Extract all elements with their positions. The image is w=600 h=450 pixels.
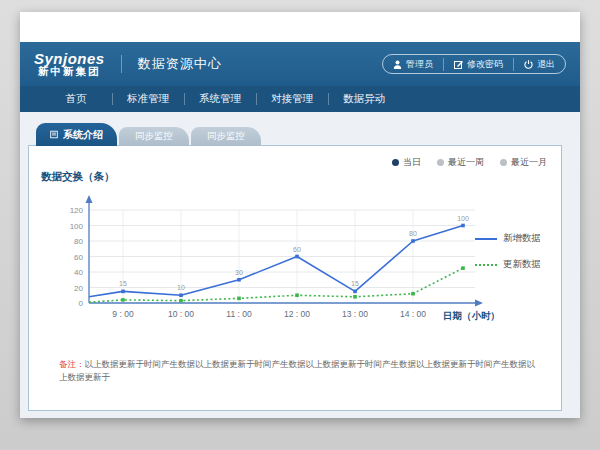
app-header: Synjones 新中新集团 数据资源中心 管理员 修改密码 退出: [20, 42, 580, 86]
tab-label: 同步监控: [135, 130, 173, 143]
user-menu-label: 管理员: [406, 58, 433, 71]
svg-text:12 : 00: 12 : 00: [284, 309, 310, 319]
filter-label: 最近一月: [511, 156, 547, 169]
svg-text:9 : 00: 9 : 00: [112, 309, 134, 319]
user-icon: [393, 60, 402, 69]
filter-label: 最近一周: [448, 156, 484, 169]
user-menu-admin[interactable]: 管理员: [383, 58, 443, 71]
svg-text:80: 80: [74, 237, 83, 246]
logo-text: Synjones: [34, 51, 105, 67]
tab-system-intro[interactable]: 系统介绍: [36, 123, 117, 146]
nav-item-home[interactable]: 首页: [40, 92, 112, 106]
change-password-label: 修改密码: [467, 58, 503, 71]
nav-item-system-mgmt[interactable]: 系统管理: [184, 92, 256, 106]
tab-sync-monitor-1[interactable]: 同步监控: [119, 127, 189, 146]
svg-text:10 : 00: 10 : 00: [168, 309, 194, 319]
tab-bar: 系统介绍 同步监控 同步监控: [36, 123, 261, 146]
svg-text:14 : 00: 14 : 00: [400, 309, 426, 319]
radio-icon: [437, 159, 444, 166]
page-title: 数据资源中心: [121, 55, 222, 73]
change-password-button[interactable]: 修改密码: [443, 58, 513, 71]
footnote: 备注：以上数据更新于时间产生数据以上数据更新于时间产生数据以上数据更新于时间产生…: [59, 358, 539, 384]
legend-item-new-data: 新增数据: [475, 232, 541, 245]
chart-y-axis-title: 数据交换（条）: [41, 170, 115, 184]
time-range-filters: 当日 最近一周 最近一月: [392, 156, 547, 169]
svg-text:10: 10: [177, 284, 185, 291]
solid-line-sample: [475, 238, 497, 240]
radio-selected-icon: [392, 159, 399, 166]
svg-text:100: 100: [70, 222, 84, 231]
logout-label: 退出: [537, 58, 555, 71]
legend-label: 更新数据: [503, 258, 541, 271]
svg-text:60: 60: [293, 246, 301, 253]
line-chart: 0204060801001201510306015801009 : 0010 :…: [39, 191, 499, 331]
logo-subtext: 新中新集团: [38, 66, 101, 77]
svg-text:40: 40: [74, 268, 83, 277]
svg-text:15: 15: [119, 280, 127, 287]
content-panel: 当日 最近一周 最近一月 数据交换（条） 0204060801001201510…: [28, 145, 562, 411]
user-menu: 管理员 修改密码 退出: [382, 54, 566, 74]
filter-last-week[interactable]: 最近一周: [437, 156, 484, 169]
footnote-prefix: 备注：: [59, 359, 85, 369]
logout-button[interactable]: 退出: [513, 58, 565, 71]
app-window: Synjones 新中新集团 数据资源中心 管理员 修改密码 退出 首页 标准管…: [20, 12, 580, 418]
nav-item-standard-mgmt[interactable]: 标准管理: [112, 92, 184, 106]
svg-text:60: 60: [74, 253, 83, 262]
filter-label: 当日: [403, 156, 421, 169]
filter-today[interactable]: 当日: [392, 156, 421, 169]
svg-text:日期（小时）: 日期（小时）: [443, 310, 499, 322]
nav-item-interface-mgmt[interactable]: 对接管理: [256, 92, 328, 106]
svg-text:13 : 00: 13 : 00: [342, 309, 368, 319]
svg-text:20: 20: [74, 284, 83, 293]
edit-icon: [454, 60, 463, 69]
footnote-text: 以上数据更新于时间产生数据以上数据更新于时间产生数据以上数据更新于时间产生数据以…: [59, 359, 535, 382]
legend-label: 新增数据: [503, 232, 541, 245]
svg-text:120: 120: [70, 206, 84, 215]
tab-label: 同步监控: [207, 130, 245, 143]
svg-text:30: 30: [235, 269, 243, 276]
svg-text:80: 80: [409, 230, 417, 237]
dotted-line-sample: [475, 264, 497, 266]
tab-sync-monitor-2[interactable]: 同步监控: [191, 127, 261, 146]
document-icon: [50, 130, 58, 139]
chart-legend: 新增数据 更新数据: [475, 232, 541, 271]
svg-text:15: 15: [351, 280, 359, 287]
company-logo: Synjones 新中新集团: [34, 51, 105, 78]
svg-text:0: 0: [79, 299, 84, 308]
svg-text:100: 100: [457, 215, 469, 222]
svg-text:11 : 00: 11 : 00: [226, 309, 252, 319]
filter-last-month[interactable]: 最近一月: [500, 156, 547, 169]
main-nav: 首页 标准管理 系统管理 对接管理 数据异动: [20, 86, 580, 112]
power-icon: [524, 60, 533, 69]
radio-icon: [500, 159, 507, 166]
nav-item-data-change[interactable]: 数据异动: [328, 92, 400, 106]
legend-item-update-data: 更新数据: [475, 258, 541, 271]
tab-label: 系统介绍: [63, 128, 103, 142]
